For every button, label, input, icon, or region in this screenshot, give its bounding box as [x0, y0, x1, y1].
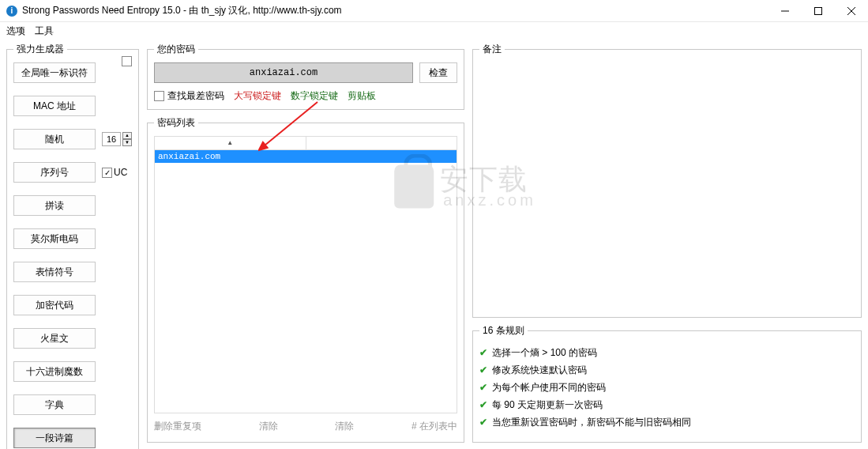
clipboard-indicator: 剪贴板	[348, 89, 376, 103]
notes-group: 备注 安下载 anxz.com	[472, 43, 862, 318]
left-panel: 强力生成器 全局唯一标识符 MAC 地址 随机 16 ▲ ▼ 序列号	[6, 43, 139, 443]
gen-crypto-button[interactable]: 加密代码	[13, 295, 96, 315]
rule-item: ✔选择一个熵 > 100 的密码	[479, 344, 855, 361]
rule-text: 当您重新设置密码时，新密码不能与旧密码相同	[492, 416, 691, 429]
gen-mac-button[interactable]: MAC 地址	[13, 96, 96, 116]
rule-text: 每 90 天定期更新一次密码	[492, 398, 603, 412]
rule-item: ✔修改系统快速默认密码	[479, 361, 855, 379]
uc-label: UC	[114, 167, 127, 178]
middle-panel: 您的密码 检查 查找最差密码 大写锁定键 数字锁定键 剪贴板 密码列表 ▲	[147, 43, 464, 443]
gen-guid-button[interactable]: 全局唯一标识符	[13, 62, 96, 83]
app-icon: i	[6, 6, 17, 17]
menu-tools[interactable]: 工具	[35, 25, 54, 38]
svg-rect-1	[815, 7, 822, 14]
password-input[interactable]	[154, 62, 413, 83]
check-icon: ✔	[479, 347, 487, 358]
main-content: 强力生成器 全局唯一标识符 MAC 地址 随机 16 ▲ ▼ 序列号	[0, 40, 868, 449]
random-length-down[interactable]: ▼	[122, 139, 132, 146]
rule-item: ✔当您重新设置密码时，新密码不能与旧密码相同	[479, 413, 855, 431]
rules-group: 16 条规则 ✔选择一个熵 > 100 的密码 ✔修改系统快速默认密码 ✔为每个…	[472, 324, 862, 443]
right-panel: 备注 安下载 anxz.com 16 条规则 ✔选择一个熵 > 100 的密码 …	[472, 43, 862, 443]
worst-password-label: 查找最差密码	[167, 89, 224, 103]
list-body[interactable]: anxiazai.com	[154, 150, 457, 413]
generator-title: 强力生成器	[13, 43, 67, 56]
list-count-label: # 在列表中	[411, 420, 457, 433]
password-group: 您的密码 检查 查找最差密码 大写锁定键 数字锁定键 剪贴板	[147, 43, 464, 110]
minimize-button[interactable]	[768, 0, 802, 22]
window-title: Strong Passwords Need Entropy 15.0 - 由 t…	[22, 4, 768, 17]
random-length-input[interactable]: 16	[102, 132, 121, 146]
rule-text: 修改系统快速默认密码	[492, 364, 587, 377]
clear-button-1[interactable]: 清除	[259, 420, 278, 433]
rule-text: 为每个帐户使用不同的密码	[492, 381, 606, 394]
gen-dict-button[interactable]: 字典	[13, 394, 96, 415]
check-icon: ✔	[479, 364, 487, 375]
random-length-up[interactable]: ▲	[122, 132, 132, 139]
gen-martian-button[interactable]: 火星文	[13, 328, 96, 349]
password-list-title: 密码列表	[154, 116, 198, 130]
check-icon: ✔	[479, 417, 487, 428]
gen-emoji-button[interactable]: 表情符号	[13, 262, 96, 282]
menubar: 选项 工具	[0, 22, 868, 40]
check-button[interactable]: 检查	[419, 62, 457, 83]
rules-title: 16 条规则	[479, 324, 528, 338]
clear-button-2[interactable]: 清除	[335, 420, 354, 433]
gen-morse-button[interactable]: 莫尔斯电码	[13, 228, 96, 249]
gen-random-button[interactable]: 随机	[13, 129, 96, 149]
gen-serial-button[interactable]: 序列号	[13, 162, 96, 183]
gen-hexmagic-button[interactable]: 十六进制魔数	[13, 361, 96, 382]
generator-top-checkbox[interactable]	[122, 56, 132, 66]
rule-item: ✔为每个帐户使用不同的密码	[479, 379, 855, 396]
gen-poem-button[interactable]: 一段诗篇	[13, 428, 96, 448]
check-icon: ✔	[479, 399, 487, 410]
window-controls	[768, 0, 868, 22]
password-list-group: 密码列表 ▲ anxiazai.com 删除重复项 清除 清除 # 在列表中	[147, 116, 464, 443]
list-col-1[interactable]	[306, 137, 457, 149]
rule-item: ✔每 90 天定期更新一次密码	[479, 396, 855, 413]
gen-pinyin-button[interactable]: 拼读	[13, 195, 96, 216]
remove-duplicates-button[interactable]: 删除重复项	[154, 420, 201, 433]
capslock-indicator: 大写锁定键	[234, 89, 281, 103]
password-title: 您的密码	[154, 43, 198, 56]
list-col-0[interactable]: ▲	[155, 137, 306, 149]
menu-options[interactable]: 选项	[6, 25, 25, 38]
uc-checkbox[interactable]	[102, 168, 112, 178]
rule-text: 选择一个熵 > 100 的密码	[492, 346, 597, 360]
list-header[interactable]: ▲	[154, 136, 457, 150]
titlebar: i Strong Passwords Need Entropy 15.0 - 由…	[0, 0, 868, 22]
numlock-indicator: 数字锁定键	[291, 89, 338, 103]
notes-title: 备注	[479, 43, 505, 56]
generator-group: 强力生成器 全局唯一标识符 MAC 地址 随机 16 ▲ ▼ 序列号	[6, 43, 139, 449]
worst-password-checkbox[interactable]	[154, 91, 164, 101]
check-icon: ✔	[479, 382, 487, 393]
list-item[interactable]: anxiazai.com	[155, 150, 457, 163]
maximize-button[interactable]	[802, 0, 835, 22]
close-button[interactable]	[835, 0, 868, 22]
